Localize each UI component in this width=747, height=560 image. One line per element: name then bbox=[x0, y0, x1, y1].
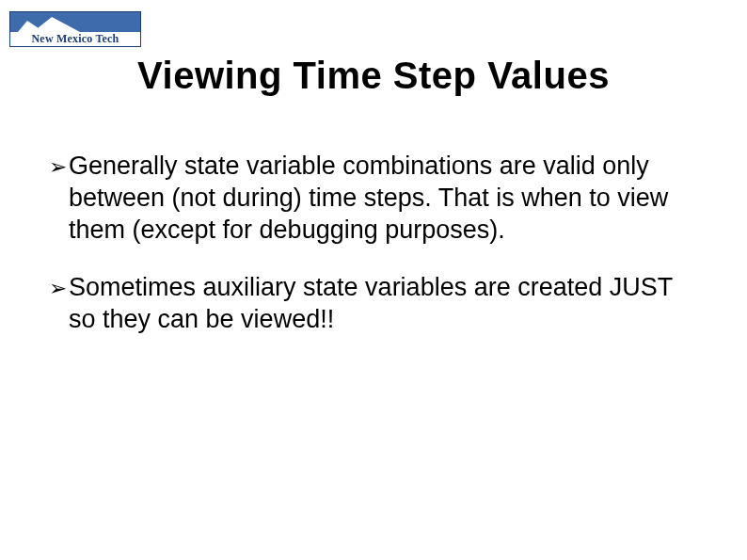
bullet-text: Sometimes auxiliary state variables are … bbox=[69, 272, 698, 336]
slide-body: ➢ Generally state variable combinations … bbox=[49, 151, 698, 362]
bullet-item: ➢ Generally state variable combinations … bbox=[49, 151, 698, 246]
bullet-marker-icon: ➢ bbox=[49, 272, 67, 304]
logo-text: New Mexico Tech bbox=[32, 32, 119, 46]
mountain-icon bbox=[33, 17, 80, 32]
institution-logo: New Mexico Tech bbox=[9, 11, 141, 47]
logo-caption: New Mexico Tech bbox=[10, 32, 140, 46]
bullet-text: Generally state variable combinations ar… bbox=[69, 151, 698, 246]
slide-title: Viewing Time Step Values bbox=[0, 55, 747, 97]
bullet-marker-icon: ➢ bbox=[49, 151, 67, 183]
bullet-item: ➢ Sometimes auxiliary state variables ar… bbox=[49, 272, 698, 336]
logo-graphic bbox=[10, 12, 140, 32]
slide: New Mexico Tech Viewing Time Step Values… bbox=[0, 0, 747, 560]
